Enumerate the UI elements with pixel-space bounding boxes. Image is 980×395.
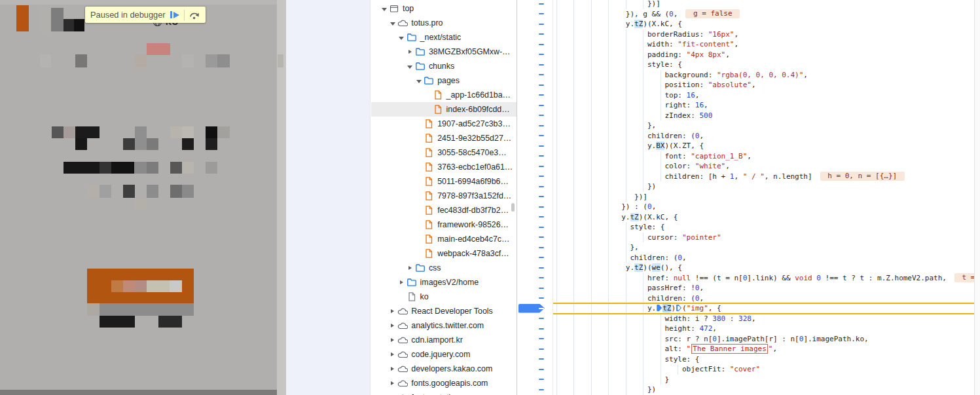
code-line[interactable]: zIndex: 500: [556, 111, 974, 121]
code-line[interactable]: y.tZ)("img", {: [556, 303, 974, 314]
code-line[interactable]: },: [556, 121, 974, 131]
chevron-collapsed-icon[interactable]: [388, 352, 397, 356]
code-line[interactable]: }: [556, 375, 974, 385]
gutter-line[interactable]: [517, 19, 553, 29]
gutter-line[interactable]: [517, 385, 553, 395]
tree-item-fonts-gstatic-com[interactable]: fonts.gstatic.com: [371, 390, 517, 395]
gutter-line[interactable]: [517, 354, 553, 365]
gutter-line[interactable]: [517, 50, 553, 60]
code-line[interactable]: position: "absolute",: [556, 80, 974, 90]
tree-item-imagesv2-home[interactable]: imagesV2/home: [371, 275, 517, 290]
gutter-line[interactable]: [517, 131, 553, 141]
chevron-expanded-icon[interactable]: [397, 35, 406, 40]
gutter-line[interactable]: [517, 212, 553, 223]
code-line[interactable]: }), g && (0, g = false: [556, 9, 974, 20]
code-line[interactable]: })]: [556, 0, 974, 9]
tree-item--app-1c66d1ba-[interactable]: _app-1c66d1ba…: [371, 88, 517, 102]
gutter-line[interactable]: [517, 39, 553, 50]
tree-item-react-developer-tools[interactable]: React Developer Tools: [371, 304, 517, 318]
tree-item-pages[interactable]: pages: [371, 73, 517, 88]
gutter-line[interactable]: [517, 253, 553, 263]
chevron-collapsed-icon[interactable]: [406, 266, 414, 270]
code-line[interactable]: font: "caption_1_B",: [556, 151, 974, 162]
gutter-line[interactable]: [517, 151, 553, 162]
code-line[interactable]: background: "rgba(0, 0, 0, 0.4)",: [556, 70, 974, 81]
tree-item-webpack-478a3cf-[interactable]: webpack-478a3cf…: [371, 246, 517, 261]
code-line[interactable]: padding: "4px 8px",: [556, 50, 974, 60]
code-line[interactable]: objectFit: "cover": [556, 364, 974, 375]
chevron-collapsed-icon[interactable]: [397, 280, 406, 284]
gutter-line[interactable]: [517, 192, 553, 202]
tree-item-css[interactable]: css: [371, 261, 517, 275]
gutter-line[interactable]: [517, 121, 553, 131]
tree-item--next-static[interactable]: _next/static: [371, 30, 517, 45]
tree-item-main-ed4ceb4c7c-[interactable]: main-ed4ceb4c7c…: [371, 232, 517, 246]
gutter-line[interactable]: [517, 375, 553, 385]
tree-item-cdn-iamport-kr[interactable]: cdn.iamport.kr: [371, 333, 517, 347]
page-scrollbar[interactable]: [277, 0, 286, 395]
code-line[interactable]: children: (0,: [556, 253, 974, 263]
inline-step-marker-outline-icon[interactable]: [676, 305, 681, 311]
tree-item-3055-58c5470e3-[interactable]: 3055-58c5470e3…: [371, 145, 517, 160]
code-line[interactable]: style: {: [556, 354, 974, 365]
gutter-line[interactable]: [517, 263, 553, 273]
gutter-line[interactable]: [517, 172, 553, 182]
code-line[interactable]: passHref: !0,: [556, 283, 974, 293]
code-line[interactable]: children: (0,: [556, 293, 974, 304]
code-line[interactable]: top: 16,: [556, 90, 974, 101]
tree-item-7978-897f3a152fd-[interactable]: 7978-897f3a152fd…: [371, 189, 517, 203]
code-line[interactable]: y.tZ)(X.kC, {: [556, 19, 974, 29]
code-line[interactable]: },: [556, 242, 974, 253]
code-line[interactable]: children: (0,: [556, 131, 974, 141]
code-line[interactable]: }): [556, 181, 974, 192]
tree-item-totus-pro[interactable]: totus.pro: [371, 16, 517, 30]
gutter-line[interactable]: [517, 80, 553, 90]
gutter-line[interactable]: [517, 60, 553, 70]
gutter-line[interactable]: [517, 70, 553, 81]
tree-item-fec483df-db3f7b2-[interactable]: fec483df-db3f7b2…: [371, 203, 517, 217]
step-over-icon[interactable]: [189, 10, 200, 20]
code-line[interactable]: right: 16,: [556, 100, 974, 111]
gutter-line[interactable]: [517, 222, 553, 233]
chevron-collapsed-icon[interactable]: [388, 338, 397, 342]
code-line[interactable]: y.tZ)(we(), {: [556, 263, 974, 273]
code-line[interactable]: children: [h + 1, " / ", n.length] h = 0…: [556, 172, 974, 182]
tree-item-38mgzbxf05gmxw-[interactable]: 38MGZBxf05GMxw-…: [371, 45, 517, 59]
gutter-line[interactable]: [517, 334, 553, 345]
code-line[interactable]: href: null !== (t = n[0].link) && void 0…: [556, 273, 974, 284]
code-line[interactable]: cursor: "pointer": [556, 233, 974, 243]
gutter-line[interactable]: [517, 202, 553, 212]
gutter-line[interactable]: [517, 303, 553, 314]
tree-item-fonts-googleapis-com[interactable]: fonts.googleapis.com: [371, 376, 517, 390]
editor-scrollbar[interactable]: [974, 0, 980, 395]
gutter-line[interactable]: [517, 273, 553, 284]
tree-item-3763-ecbc1ef0a61-[interactable]: 3763-ecbc1ef0a61…: [371, 160, 517, 174]
code-line[interactable]: width: i ? 380 : 328,: [556, 314, 974, 324]
gutter-line[interactable]: [517, 161, 553, 172]
code-line[interactable]: style: {: [556, 60, 974, 70]
code-line[interactable]: style: {: [556, 222, 974, 233]
chevron-collapsed-icon[interactable]: [388, 309, 397, 313]
gutter-line[interactable]: [517, 314, 553, 324]
tree-item-analytics-twitter-com[interactable]: analytics.twitter.com: [371, 318, 517, 333]
gutter-line[interactable]: [517, 141, 553, 151]
gutter-line[interactable]: [517, 364, 553, 375]
tree-item-code-jquery-com[interactable]: code.jquery.com: [371, 347, 517, 362]
chevron-expanded-icon[interactable]: [406, 64, 414, 69]
gutter-line[interactable]: [517, 233, 553, 243]
code-line[interactable]: }) : (0,: [556, 202, 974, 212]
code-line[interactable]: }): [556, 385, 974, 395]
tree-item-chunks[interactable]: chunks: [371, 59, 517, 73]
code-line[interactable]: })]: [556, 192, 974, 202]
chevron-expanded-icon[interactable]: [414, 79, 423, 83]
inline-step-marker-filled-icon[interactable]: [657, 305, 662, 311]
tree-scrollbar-thumb[interactable]: [511, 203, 515, 212]
code-line[interactable]: alt: "The Banner images",: [556, 344, 974, 354]
gutter-line[interactable]: [517, 111, 553, 121]
gutter-line[interactable]: [517, 344, 553, 354]
gutter-line[interactable]: [517, 9, 553, 20]
gutter-line[interactable]: [517, 90, 553, 101]
code-line[interactable]: borderRadius: "16px",: [556, 29, 974, 40]
chevron-collapsed-icon[interactable]: [388, 367, 397, 371]
gutter-line[interactable]: [517, 293, 553, 304]
